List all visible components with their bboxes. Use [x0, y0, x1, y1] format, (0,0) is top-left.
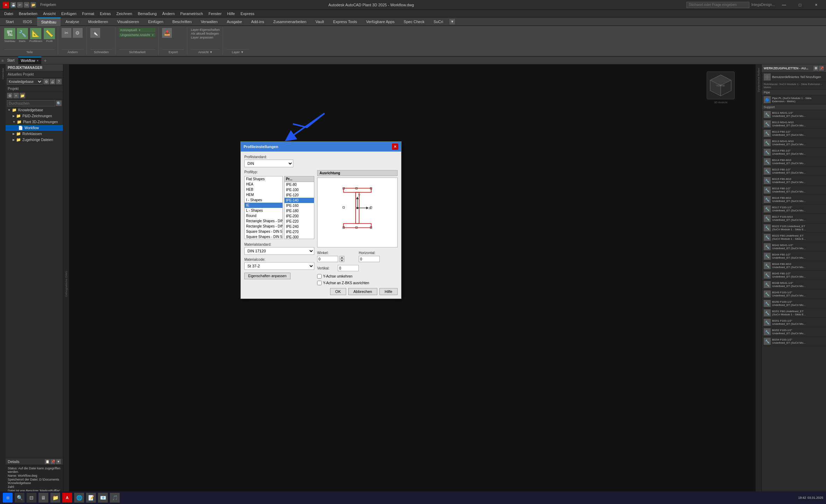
cancel-button[interactable]: Abbrechen	[348, 288, 377, 295]
rp-bg16a[interactable]: 🔧 BG16 F80-1/2"Undefined_ET (SuCri Mo...	[762, 186, 826, 195]
list-item-hea[interactable]: HEA	[245, 182, 282, 187]
list-item-rect-din1[interactable]: Rectangle Shapes - DIN	[245, 218, 282, 224]
taskbar-taskview[interactable]: ⊟	[27, 493, 36, 503]
list-item-lshapes[interactable]: L - Shapes	[245, 208, 282, 213]
menu-extras[interactable]: Extras	[97, 11, 113, 16]
list-item-heb[interactable]: HEB	[245, 187, 282, 192]
tab-beschriften[interactable]: Beschriften	[168, 18, 196, 26]
menu-bearbeiten[interactable]: Bearbeiten	[16, 11, 40, 16]
menu-hilfe[interactable]: Hilfe	[224, 11, 238, 16]
rp-bg45[interactable]: 🔧 BG45 F80-1/2"Undefined_ET (SuCri Mo...	[762, 271, 826, 280]
search-input[interactable]	[686, 2, 749, 8]
tab-zusammenarbeiten[interactable]: Zusammenarbeiten	[269, 18, 311, 26]
winkel-down[interactable]: ▼	[340, 259, 344, 262]
material-code-select[interactable]: St 37-2	[244, 262, 314, 270]
tab-isos[interactable]: ISOS	[19, 18, 36, 26]
profile-ipe240[interactable]: IPE-240	[285, 224, 314, 229]
tree-knowledgebase[interactable]: ▼ 📁 Knowledgebase	[6, 107, 63, 113]
kb-help-icon[interactable]: ?	[56, 79, 62, 84]
menu-ansicht[interactable]: Ansicht	[40, 11, 58, 16]
horizontal-input[interactable]: 0	[359, 256, 380, 262]
menu-fenster[interactable]: Fenster	[206, 11, 224, 16]
konzeptuell-dropdown[interactable]: Konzeptuell ▼	[119, 28, 155, 32]
profile-ipe180[interactable]: IPE-180	[285, 208, 314, 214]
staubauen-icon[interactable]: 🔧	[17, 28, 28, 39]
rp-bg48[interactable]: 🔧 BG48 MS41-1/2"Undefined_ET (SuCri Mo..…	[762, 280, 826, 289]
menu-express[interactable]: Express	[238, 11, 257, 16]
taskbar-word[interactable]: 📝	[86, 493, 96, 503]
profil-icon[interactable]: 📏	[44, 28, 55, 39]
profile-ipe80[interactable]: IPE-80	[285, 182, 314, 187]
undo-icon[interactable]: ↩	[17, 2, 23, 8]
knowledgebase-select[interactable]: Knowledgebase	[7, 78, 43, 85]
minimize-button[interactable]: —	[777, 0, 791, 10]
tab-modellieren[interactable]: Modellieren	[84, 18, 112, 26]
tab-addins[interactable]: Add-ins	[247, 18, 268, 26]
profile-ipe140[interactable]: IPE-140	[285, 198, 314, 203]
taskbar-autocad[interactable]: A	[62, 493, 72, 503]
menu-format[interactable]: Format	[79, 11, 97, 16]
vertikal-input[interactable]: 0	[338, 265, 359, 271]
add-tab-button[interactable]: +	[42, 57, 48, 64]
project-folder-icon[interactable]: 📁	[20, 93, 25, 98]
pipe-pl-item[interactable]: 🔵 Pipe.PL (SuCri Module 1 - Sikla Extens…	[762, 95, 826, 105]
sidebar-search-input[interactable]	[7, 100, 55, 106]
tab-einfuegen[interactable]: Einfügen	[144, 18, 167, 26]
taskbar-outlook[interactable]: 📧	[98, 493, 108, 503]
winkel-up[interactable]: ▲	[340, 256, 344, 259]
rp-bg54[interactable]: 🔧 BG54 F100-1/2"Undefined_ET (SuCri Mo..…	[762, 337, 826, 346]
rp-bg17a[interactable]: 🔧 BG17 F100-1/2"Undefined_ET (SuCri Mo..…	[762, 204, 826, 214]
list-item-ie[interactable]: IE	[245, 203, 282, 208]
modify1-icon[interactable]: ✂	[62, 28, 71, 38]
taskbar-search[interactable]: 🔍	[15, 493, 24, 503]
profile-ipe220[interactable]: IPE-220	[285, 219, 314, 224]
rp-bg15a[interactable]: 🔧 BG15 F80-1/2"Undefined_ET (SuCri Mo...	[762, 167, 826, 176]
tree-zugehoerige[interactable]: ▶ 📁 Zugehörige Dateien	[6, 137, 63, 143]
rp-bg17b[interactable]: 🔧 BG17 F100-M10Undefined_ET (SuCri Mo...	[762, 214, 826, 223]
tree-pid[interactable]: ▶ 📁 P&ID-Zeichnungen	[6, 113, 63, 119]
rp-bg44a[interactable]: 🔧 BG44 F80-1/2"Undefined_ET (SuCri Mo...	[762, 252, 826, 261]
tab-analyse[interactable]: Analyse	[61, 18, 83, 26]
right-panel-pin[interactable]: 📌	[819, 66, 824, 71]
tab-sucri[interactable]: SuCri	[429, 18, 448, 26]
menu-bemaszung[interactable]: Bemaßung	[135, 11, 160, 16]
rp-bg49[interactable]: 🔧 BG49 F100-1/2"Undefined_ET (SuCri Mo..…	[762, 289, 826, 299]
profile-ipe100[interactable]: IPE-100	[285, 187, 314, 192]
tab-start-workspace[interactable]: Start	[4, 57, 17, 64]
details-icon2[interactable]: 📌	[50, 459, 55, 464]
profiling-icon[interactable]: 📐	[30, 28, 41, 39]
list-item-ishapes[interactable]: I - Shapes	[245, 197, 282, 203]
profile-ipe160[interactable]: IPE-160	[285, 203, 314, 208]
modify2-icon[interactable]: ⚙	[73, 28, 83, 38]
z-bks-checkbox[interactable]	[317, 281, 322, 285]
rp-bg51a[interactable]: 🔧 BG51 F80,Undefined_ET(SuCri Module 1 -…	[762, 308, 826, 318]
menu-zeichnen[interactable]: Zeichnen	[113, 11, 135, 16]
tab-workflow-workspace[interactable]: Workflow ×	[18, 57, 42, 64]
taskbar-app3[interactable]: 🎵	[110, 493, 120, 503]
layer-aktuell-btn[interactable]: Als aktuell festlegen	[191, 32, 220, 35]
menu-andern[interactable]: Ändern	[160, 11, 177, 16]
taskbar-app2[interactable]: 📁	[50, 493, 60, 503]
open-icon[interactable]: 📂	[30, 2, 36, 8]
list-item-flat[interactable]: Flat Shapes	[245, 176, 282, 182]
right-tab-dynamisch[interactable]: Dynamische Rollen	[757, 68, 760, 92]
more-tabs-icon[interactable]: ▼	[449, 19, 455, 24]
save-icon[interactable]: 💾	[10, 2, 16, 8]
layer-btn[interactable]: Layer-Eigenschaften	[191, 28, 220, 31]
rp-bg13a[interactable]: 🔧 BG13 MS41-M10Undefined_ET (SuCri Mo...	[762, 119, 826, 129]
tab-vault[interactable]: Vault	[311, 18, 328, 26]
rp-bg13c[interactable]: 🔧 BG13 MS41-M10Undefined_ET (SuCri Mo...	[762, 138, 826, 148]
rp-bg15b[interactable]: 🔧 BG15 F80-M10Undefined_ET (SuCri Mo...	[762, 176, 826, 186]
export-icon[interactable]: 📤	[162, 28, 172, 38]
rp-bg51b[interactable]: 🔧 BG51 F100-1/2"Undefined_ET (SuCri Mo..…	[762, 318, 826, 327]
sidebar-toggle[interactable]: ≡	[1, 58, 4, 63]
taskbar-edge[interactable]: 🌐	[74, 493, 84, 503]
tab-speccheck[interactable]: Spec Check	[399, 18, 428, 26]
rp-bg50[interactable]: 🔧 BG50 F100-1/2"Undefined_ET (SuCri Mo..…	[762, 299, 826, 308]
winkel-input[interactable]: 0	[317, 256, 338, 262]
project-settings-icon[interactable]: ⚙	[7, 93, 13, 98]
profile-ipe200[interactable]: IPE-200	[285, 214, 314, 219]
left-tab-datentab[interactable]: Datentab	[1, 68, 5, 79]
unsecured-dropdown[interactable]: Ungesicherte Ansicht ▼	[119, 33, 155, 37]
rp-bg16b[interactable]: 🔧 BG16 F80-M10Undefined_ET (SuCri Mo...	[762, 195, 826, 204]
